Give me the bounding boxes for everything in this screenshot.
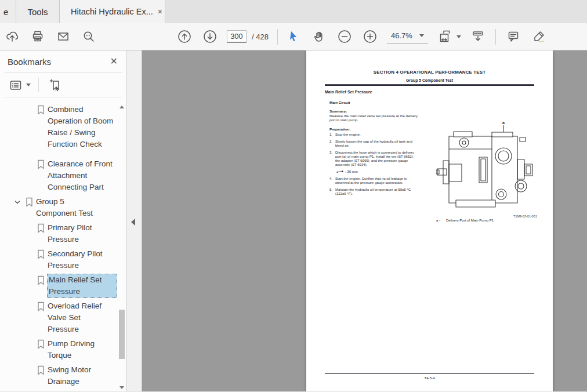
step-number: 3. xyxy=(329,151,335,167)
page-footer: T4-5-4 xyxy=(306,376,553,380)
plus-circle-icon xyxy=(363,29,378,44)
bookmark-item[interactable]: Pump Driving Torque xyxy=(0,338,119,361)
bookmark-icon xyxy=(26,197,33,207)
bookmark-label: Overload Relief Valve Set Pressure xyxy=(48,300,114,335)
close-panel-icon[interactable]: ✕ xyxy=(110,57,118,66)
zoom-level-dropdown[interactable]: 46.7% xyxy=(387,30,428,44)
chevron-left-icon xyxy=(131,219,135,226)
scroll-up-icon[interactable] xyxy=(119,106,124,109)
procedure-step: 1. Stop the engine. xyxy=(329,133,419,137)
bookmark-icon xyxy=(37,249,45,259)
wrench-icon xyxy=(336,170,343,173)
step-text: Disconnect the hose which is connected t… xyxy=(335,151,419,167)
page-fit-dropdown[interactable] xyxy=(437,27,462,46)
select-arrow-icon xyxy=(287,30,300,43)
collapse-panel-button[interactable] xyxy=(131,219,135,226)
bookmark-item[interactable]: Secondary Pilot Pressure xyxy=(0,248,119,271)
panel-collapse-strip xyxy=(127,50,142,391)
page-header-title: SECTION 4 OPERATIONAL PERFORMANCE TEST xyxy=(306,70,553,75)
step-number: 1. xyxy=(329,133,335,137)
summary-label: Summary: xyxy=(329,109,419,113)
toolbar-center-group: / 428 xyxy=(175,23,428,50)
bookmark-icon xyxy=(37,365,45,375)
bookmark-item[interactable]: Primary Pilot Pressure xyxy=(0,222,119,245)
page-fit-icon xyxy=(438,29,453,44)
summary-text: Measure the main relief valve set pressu… xyxy=(329,114,419,122)
search-button[interactable] xyxy=(79,27,99,46)
step-text: Start the engine. Confirm that no oil le… xyxy=(335,177,419,185)
highlight-button[interactable] xyxy=(529,27,549,46)
page-down-icon xyxy=(202,29,218,44)
sidebar-scrollbar[interactable] xyxy=(118,104,126,391)
main-toolbar: / 428 xyxy=(0,23,587,50)
bookmark-item[interactable]: Travel M xyxy=(0,390,119,391)
figure-port-label: a xyxy=(502,121,505,125)
bookmark-item[interactable]: Overload Relief Valve Set Pressure xyxy=(0,300,119,335)
bookmarks-panel-header: Bookmarks ✕ xyxy=(0,50,126,72)
comment-bubble-icon xyxy=(506,30,520,43)
bookmark-icon xyxy=(37,302,45,311)
tab-document[interactable]: Hitachi Hydraulic Ex... × xyxy=(60,0,165,23)
bookmark-item[interactable]: Combined Operation of Boom Raise / Swing… xyxy=(0,104,119,150)
save-to-cloud-button[interactable] xyxy=(2,27,22,46)
bookmark-item[interactable]: Main Relief Set Pressure xyxy=(0,274,119,297)
bookmark-label: Swing Motor Drainage xyxy=(48,364,114,387)
new-bookmark-icon xyxy=(48,78,62,92)
page-up-icon xyxy=(177,29,192,44)
scroll-down-icon[interactable] xyxy=(119,386,124,390)
email-button[interactable] xyxy=(53,27,73,46)
tab-tools[interactable]: Tools xyxy=(16,0,60,23)
comment-button[interactable] xyxy=(503,27,523,46)
bookmark-item[interactable]: Group 5 Component Test xyxy=(0,196,119,219)
zoom-in-button[interactable] xyxy=(360,27,380,46)
procedure-step: 4. Start the engine. Confirm that no oil… xyxy=(329,177,419,185)
printer-icon xyxy=(31,30,45,43)
subtopic-heading: Main Circuit xyxy=(329,100,419,104)
wrench-note-text: : 36 mm xyxy=(345,170,358,173)
tab-home-partial[interactable]: e xyxy=(0,0,16,23)
bookmark-item[interactable]: Swing Motor Drainage xyxy=(0,364,119,387)
zoom-out-button[interactable] xyxy=(335,27,354,46)
step-text: Maintain the hydraulic oil temperature a… xyxy=(335,188,419,196)
document-viewport[interactable]: SECTION 4 OPERATIONAL PERFORMANCE TEST G… xyxy=(142,50,587,391)
panel-title: Bookmarks xyxy=(8,57,51,67)
print-button[interactable] xyxy=(28,27,48,46)
chevron-down-icon[interactable] xyxy=(14,199,21,206)
minus-circle-icon xyxy=(337,29,352,44)
bookmark-icon xyxy=(37,105,45,115)
scroll-mode-button[interactable] xyxy=(468,27,488,46)
bookmark-label: Clearance of Front Attachment Connecting… xyxy=(48,158,114,193)
bookmark-label: Secondary Pilot Pressure xyxy=(48,248,114,271)
figure-code: T1M9-03-01-001 xyxy=(436,215,537,218)
bookmarks-panel: Bookmarks ✕ xyxy=(0,50,127,391)
previous-page-button[interactable] xyxy=(175,27,194,46)
bookmark-icon xyxy=(37,275,45,285)
wrench-note: : 36 mm xyxy=(336,170,419,173)
scrollbar-thumb[interactable] xyxy=(119,310,125,359)
highlighter-pen-icon xyxy=(532,30,546,43)
hand-tool-button[interactable] xyxy=(309,27,329,46)
scroll-mode-icon xyxy=(470,29,485,44)
toolbar-separator xyxy=(495,29,496,45)
content-area: Bookmarks ✕ xyxy=(0,50,587,391)
add-bookmark-button[interactable] xyxy=(45,75,65,95)
procedure-step: 5. Maintain the hydraulic oil temperatur… xyxy=(329,188,419,196)
toolbar-left-group xyxy=(2,23,99,50)
next-page-button[interactable] xyxy=(200,27,220,46)
tab-home-label: e xyxy=(3,7,8,17)
close-tab-icon[interactable]: × xyxy=(158,8,162,16)
caption-text: Delivery Port of Main Pump P1 xyxy=(446,219,494,222)
bookmark-list: Combined Operation of Boom Raise / Swing… xyxy=(0,104,119,391)
select-tool-button[interactable] xyxy=(284,27,303,46)
bookmark-options-button[interactable] xyxy=(8,75,32,95)
options-list-icon xyxy=(9,78,23,92)
bookmark-label: Combined Operation of Boom Raise / Swing… xyxy=(48,104,114,150)
tab-tools-label: Tools xyxy=(27,7,48,17)
bookmark-label: Group 5 Component Test xyxy=(36,196,95,219)
page-number-input[interactable] xyxy=(227,30,247,43)
procedure-step: 2. Slowly loosen the cap of the hydrauli… xyxy=(329,140,419,148)
bookmark-item[interactable]: Clearance of Front Attachment Connecting… xyxy=(0,158,119,193)
magnifier-icon xyxy=(82,30,96,43)
bookmark-icon xyxy=(37,159,45,169)
procedure-step: 3. Disconnect the hose which is connecte… xyxy=(329,151,419,167)
